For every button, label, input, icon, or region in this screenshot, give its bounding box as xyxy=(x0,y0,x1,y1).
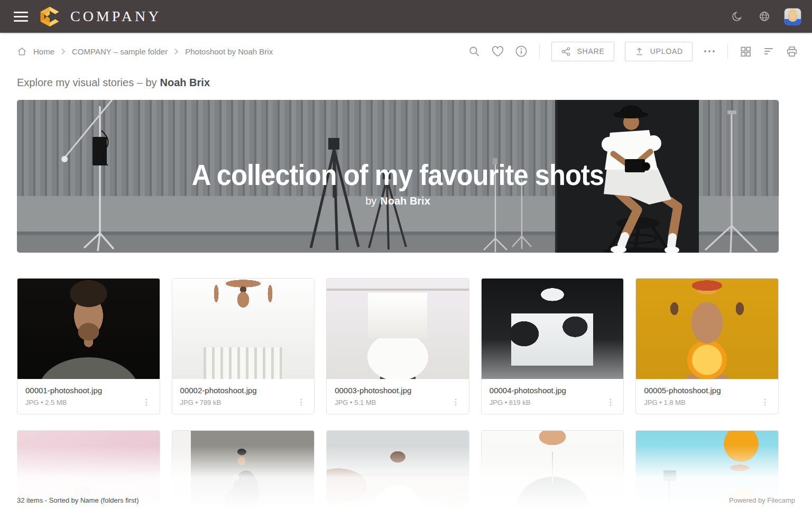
heart-icon xyxy=(491,45,504,58)
file-thumbnail[interactable] xyxy=(636,279,778,379)
file-name[interactable]: 00003-photoshoot.jpg xyxy=(335,386,462,395)
breadcrumb-item-sample-folder[interactable]: COMPANY – sample folder xyxy=(72,47,168,56)
file-meta: JPG • 819 kB xyxy=(490,399,531,406)
info-icon xyxy=(515,45,528,58)
grid-view-icon xyxy=(740,45,752,58)
file-menu-button[interactable]: ⋮ xyxy=(141,399,152,406)
print-icon xyxy=(786,45,798,58)
file-thumbnail[interactable] xyxy=(327,279,469,379)
top-bar: COMPANY xyxy=(0,0,812,33)
file-menu-button[interactable]: ⋮ xyxy=(760,399,771,406)
filecamp-app: COMPANY Home xyxy=(0,0,812,509)
breadcrumb-separator-icon xyxy=(61,48,66,55)
intro-text: Explore my visual stories – by xyxy=(17,77,157,88)
dark-mode-toggle[interactable] xyxy=(729,8,745,24)
file-name[interactable]: 00002-photoshoot.jpg xyxy=(180,386,307,395)
breadcrumb-item-current[interactable]: Photoshoot by Noah Brix xyxy=(185,47,273,56)
status-bar: 32 items - Sorted by Name (folders first… xyxy=(0,491,812,509)
hero-photo-illustration xyxy=(17,100,779,253)
breadcrumb: Home COMPANY – sample folder Photoshoot … xyxy=(17,47,273,57)
file-menu-button[interactable]: ⋮ xyxy=(296,399,307,406)
toolbar-divider xyxy=(727,44,728,59)
user-avatar[interactable] xyxy=(784,8,801,25)
sort-icon xyxy=(762,45,775,57)
breadcrumb-separator-icon xyxy=(174,48,179,55)
print-button[interactable] xyxy=(782,42,801,61)
upload-icon xyxy=(634,47,644,57)
globe-icon xyxy=(759,11,770,22)
file-menu-button[interactable]: ⋮ xyxy=(605,399,616,406)
search-icon xyxy=(468,45,481,58)
info-button[interactable] xyxy=(512,42,531,61)
share-button[interactable]: SHARE xyxy=(551,42,614,61)
file-card[interactable]: 00005-photoshoot.jpg JPG • 1.8 MB ⋮ xyxy=(635,278,779,414)
menu-button[interactable] xyxy=(12,8,30,25)
file-thumbnail[interactable] xyxy=(482,279,624,379)
grid-view-button[interactable] xyxy=(736,42,755,61)
intro-author: Noah Brix xyxy=(160,77,210,88)
file-card[interactable]: 00003-photoshoot.jpg JPG • 5.1 MB ⋮ xyxy=(326,278,469,414)
moon-icon xyxy=(731,11,743,22)
toolbar-divider xyxy=(539,44,540,59)
upload-button[interactable]: UPLOAD xyxy=(625,42,693,61)
file-card[interactable]: 00004-photoshoot.jpg JPG • 819 kB ⋮ xyxy=(481,278,624,414)
language-globe-button[interactable] xyxy=(756,8,772,24)
file-meta: JPG • 5.1 MB xyxy=(335,399,376,406)
file-menu-button[interactable]: ⋮ xyxy=(450,399,462,406)
file-name[interactable]: 00004-photoshoot.jpg xyxy=(490,386,616,395)
search-button[interactable] xyxy=(465,42,484,61)
hero-banner[interactable]: A collection of my favourite shots byNoa… xyxy=(17,100,779,253)
file-card[interactable]: 00001-photoshoot.jpg JPG • 2.5 MB ⋮ xyxy=(17,278,160,414)
file-card[interactable]: 00002-photoshoot.jpg JPG • 789 kB ⋮ xyxy=(172,278,315,414)
breadcrumb-item-home[interactable]: Home xyxy=(33,47,54,56)
share-icon xyxy=(561,47,571,57)
upload-button-label: UPLOAD xyxy=(650,47,683,55)
company-logo-icon[interactable] xyxy=(39,5,61,27)
file-meta: JPG • 2.5 MB xyxy=(25,399,67,406)
file-meta: JPG • 1.8 MB xyxy=(644,399,685,406)
file-name[interactable]: 00001-photoshoot.jpg xyxy=(25,386,152,395)
powered-by: Powered by Filecamp xyxy=(729,496,795,504)
home-icon[interactable] xyxy=(17,47,27,57)
more-options-button[interactable] xyxy=(700,45,719,57)
favorite-button[interactable] xyxy=(488,42,508,61)
file-thumbnail[interactable] xyxy=(172,279,315,379)
items-summary: 32 items - Sorted by Name (folders first… xyxy=(17,496,139,504)
file-meta: JPG • 789 kB xyxy=(180,399,222,406)
share-button-label: SHARE xyxy=(577,47,604,55)
file-name[interactable]: 00005-photoshoot.jpg xyxy=(644,386,771,395)
file-grid-row-1: 00001-photoshoot.jpg JPG • 2.5 MB ⋮ 0000… xyxy=(17,278,779,414)
page-intro: Explore my visual stories – byNoah Brix xyxy=(17,77,812,89)
file-thumbnail[interactable] xyxy=(17,279,160,379)
folder-toolbar: SHARE UPLOAD xyxy=(465,42,801,61)
sort-button[interactable] xyxy=(759,42,778,60)
brand-name[interactable]: COMPANY xyxy=(70,8,161,25)
breadcrumb-toolbar-row: Home COMPANY – sample folder Photoshoot … xyxy=(0,33,812,66)
ellipsis-icon xyxy=(703,49,716,54)
